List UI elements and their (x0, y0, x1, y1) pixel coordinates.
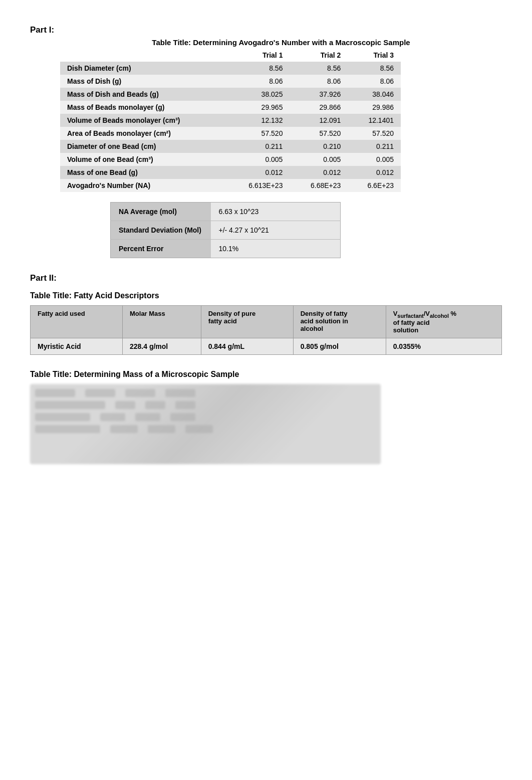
row-t3: 0.005 (348, 153, 401, 166)
table-row: Dish Diameter (cm) 8.56 8.56 8.56 (60, 62, 401, 75)
row-t3: 0.211 (348, 140, 401, 153)
part-ii-section: Part II: Table Title: Fatty Acid Descrip… (30, 273, 502, 464)
row-t3: 8.56 (348, 62, 401, 75)
col-density-pure: Density of purefatty acid (201, 306, 293, 338)
col-molar-mass: Molar Mass (123, 306, 201, 338)
table-row: Area of Beads monolayer (cm²) 57.520 57.… (60, 127, 401, 140)
row-t2: 0.210 (290, 140, 348, 153)
row-t2: 37.926 (290, 88, 348, 101)
row-t3: 0.012 (348, 166, 401, 179)
row-t3: 8.06 (348, 75, 401, 88)
row-t3: 57.520 (348, 127, 401, 140)
row-label: Mass of one Bead (g) (60, 166, 226, 179)
blurred-content (35, 389, 376, 459)
row-t1: 29.965 (226, 101, 290, 114)
fatty-acid-table: Fatty acid used Molar Mass Density of pu… (30, 305, 502, 355)
fatty-density-pure: 0.844 g/mL (201, 338, 293, 354)
row-t2: 6.68E+23 (290, 179, 348, 192)
row-t1: 0.012 (226, 166, 290, 179)
fatty-vsol: 0.0355% (386, 338, 501, 354)
row-t2: 29.866 (290, 101, 348, 114)
fatty-acid-name: Myristic Acid (31, 338, 123, 354)
stats-row: Percent Error 10.1% (111, 240, 341, 258)
row-t2: 8.56 (290, 62, 348, 75)
col-trial3: Trial 3 (348, 49, 401, 62)
row-t3: 6.6E+23 (348, 179, 401, 192)
main-table-wrapper: Table Title: Determining Avogadro's Numb… (60, 38, 502, 192)
row-label: Area of Beads monolayer (cm²) (60, 127, 226, 140)
table-row: Mass of Beads monolayer (g) 29.965 29.86… (60, 101, 401, 114)
fatty-header-row: Fatty acid used Molar Mass Density of pu… (31, 306, 502, 338)
main-table-title: Table Title: Determining Avogadro's Numb… (60, 38, 502, 47)
micro-blurred-table (30, 384, 381, 464)
stats-value: +/- 4.27 x 10^21 (211, 221, 341, 240)
part-i-heading: Part I: (30, 25, 502, 35)
row-t2: 12.091 (290, 114, 348, 127)
row-t1: 0.211 (226, 140, 290, 153)
stats-label: Standard Deviation (Mol) (111, 221, 211, 240)
fatty-molar-mass: 228.4 g/mol (123, 338, 201, 354)
col-trial1: Trial 1 (226, 49, 290, 62)
col-vsol: Vsurfactant/Valcohol %of fatty acidsolut… (386, 306, 501, 338)
row-label: Mass of Beads monolayer (g) (60, 101, 226, 114)
table-header-row: Trial 1 Trial 2 Trial 3 (60, 49, 401, 62)
row-t2: 0.012 (290, 166, 348, 179)
row-label: Mass of Dish and Beads (g) (60, 88, 226, 101)
stats-table-wrapper: NA Average (mol) 6.63 x 10^23 Standard D… (110, 202, 502, 258)
col-density-sol: Density of fattyacid solution inalcohol (293, 306, 386, 338)
table-row: Mass of one Bead (g) 0.012 0.012 0.012 (60, 166, 401, 179)
row-t1: 12.132 (226, 114, 290, 127)
stats-label: Percent Error (111, 240, 211, 258)
part-ii-heading: Part II: (30, 273, 502, 283)
avogadro-table: Trial 1 Trial 2 Trial 3 Dish Diameter (c… (60, 49, 401, 192)
row-label: Diameter of one Bead (cm) (60, 140, 226, 153)
row-t1: 0.005 (226, 153, 290, 166)
col-label (60, 49, 226, 62)
row-label: Volume of Beads monolayer (cm³) (60, 114, 226, 127)
col-fatty-acid: Fatty acid used (31, 306, 123, 338)
part-i-section: Part I: Table Title: Determining Avogadr… (30, 25, 502, 258)
row-t3: 38.046 (348, 88, 401, 101)
table-row: Diameter of one Bead (cm) 0.211 0.210 0.… (60, 140, 401, 153)
row-label: Avogadro's Number (NA) (60, 179, 226, 192)
col-trial2: Trial 2 (290, 49, 348, 62)
stats-row: NA Average (mol) 6.63 x 10^23 (111, 203, 341, 221)
stats-table: NA Average (mol) 6.63 x 10^23 Standard D… (110, 202, 341, 258)
fatty-density-sol: 0.805 g/mol (293, 338, 386, 354)
table-row: Volume of one Bead (cm³) 0.005 0.005 0.0… (60, 153, 401, 166)
table-row: Mass of Dish (g) 8.06 8.06 8.06 (60, 75, 401, 88)
row-label: Volume of one Bead (cm³) (60, 153, 226, 166)
row-t2: 57.520 (290, 127, 348, 140)
row-t3: 12.1401 (348, 114, 401, 127)
table-row: Volume of Beads monolayer (cm³) 12.132 1… (60, 114, 401, 127)
row-t1: 6.613E+23 (226, 179, 290, 192)
fatty-table-wrapper: Table Title: Fatty Acid Descriptors Fatt… (30, 291, 502, 355)
table-row: Avogadro's Number (NA) 6.613E+23 6.68E+2… (60, 179, 401, 192)
row-t1: 38.025 (226, 88, 290, 101)
row-t1: 8.56 (226, 62, 290, 75)
row-t3: 29.986 (348, 101, 401, 114)
fatty-table-title: Table Title: Fatty Acid Descriptors (30, 291, 502, 300)
row-t2: 0.005 (290, 153, 348, 166)
table-row: Mass of Dish and Beads (g) 38.025 37.926… (60, 88, 401, 101)
row-label: Mass of Dish (g) (60, 75, 226, 88)
stats-label: NA Average (mol) (111, 203, 211, 221)
row-t1: 8.06 (226, 75, 290, 88)
row-label: Dish Diameter (cm) (60, 62, 226, 75)
row-t2: 8.06 (290, 75, 348, 88)
stats-row: Standard Deviation (Mol) +/- 4.27 x 10^2… (111, 221, 341, 240)
micro-section: Table Title: Determining Mass of a Micro… (30, 370, 502, 464)
row-t1: 57.520 (226, 127, 290, 140)
micro-table-title: Table Title: Determining Mass of a Micro… (30, 370, 502, 379)
stats-value: 6.63 x 10^23 (211, 203, 341, 221)
fatty-row: Myristic Acid 228.4 g/mol 0.844 g/mL 0.8… (31, 338, 502, 354)
stats-value: 10.1% (211, 240, 341, 258)
